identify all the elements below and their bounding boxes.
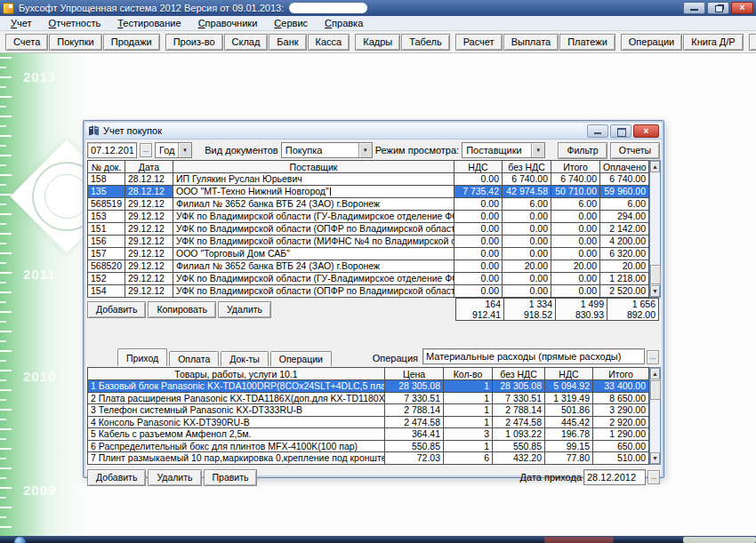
main-titlebar[interactable]: Бухсофт Упрощенная система 2012 Версия о…: [0, 0, 756, 16]
toolbar-button[interactable]: Покупки: [49, 34, 101, 51]
table-row[interactable]: 135 28.12.12 ООО "МТ-Техно Нижний Новгор…: [88, 186, 649, 198]
menu-item[interactable]: Справка: [318, 16, 370, 30]
child-maximize-icon[interactable]: [610, 124, 631, 138]
table-row[interactable]: 158 28.12.12 ИП Гулякин Руслан Юрьевич 0…: [88, 173, 649, 186]
scrollbar-thumb[interactable]: [650, 380, 661, 400]
suppliers-scrollbar[interactable]: ▲ ▼: [649, 160, 661, 298]
list-item[interactable]: 7 Плинт размыкаемый 10 пар,маркировка 0,…: [88, 452, 649, 465]
supplier-cell[interactable]: УФК по Владимирской области (ГУ-Владимир…: [173, 273, 454, 285]
action-button[interactable]: Править: [204, 469, 258, 486]
scrollbar-thumb[interactable]: [650, 265, 661, 284]
supplier-cell[interactable]: УФК по Владимирской области (МИФНС №4 по…: [173, 236, 454, 248]
close-icon[interactable]: ×: [731, 2, 753, 14]
reports-button[interactable]: Отчеты: [610, 142, 660, 159]
items-scrollbar[interactable]: ▲ ▼: [649, 367, 661, 465]
operation-input[interactable]: [422, 348, 645, 364]
action-button[interactable]: Добавить: [87, 469, 146, 486]
tab[interactable]: Док-ты: [221, 351, 269, 366]
column-header[interactable]: № док.: [88, 161, 125, 173]
import-2013-button[interactable]: Подготовка к импорту в 2013: [749, 34, 756, 51]
tab[interactable]: Приход: [117, 348, 167, 366]
table-row[interactable]: 153 29.12.12 УФК по Владимирской области…: [88, 211, 649, 223]
column-header[interactable]: без НДС: [493, 368, 545, 380]
action-button[interactable]: Удалить: [148, 469, 201, 486]
column-header[interactable]: Итого: [593, 368, 649, 380]
restore-icon[interactable]: [707, 2, 729, 14]
toolbar-button[interactable]: Счета: [5, 34, 48, 51]
toolbar-button[interactable]: Расчет: [455, 34, 503, 51]
action-button[interactable]: Удалить: [218, 301, 271, 318]
action-button[interactable]: Добавить: [87, 301, 146, 318]
view-mode-select[interactable]: Поставщики ▼: [462, 142, 545, 158]
table-row[interactable]: 156 29.12.12 УФК по Владимирской области…: [88, 236, 649, 248]
taskbar-button[interactable]: [683, 537, 756, 543]
menu-item[interactable]: Учет: [4, 16, 39, 30]
list-item[interactable]: 6 Распределительный бокс для плинтов MFX…: [88, 440, 649, 452]
date-input[interactable]: [87, 142, 137, 158]
chevron-down-icon[interactable]: ▼: [358, 143, 372, 157]
toolbar-button[interactable]: Произ-во: [165, 34, 223, 51]
table-row[interactable]: 568520 29.12.12 Филиал № 3652 банка ВТБ …: [88, 260, 649, 273]
toolbar-button[interactable]: Операции: [621, 34, 682, 51]
arrival-date-ellipsis-icon[interactable]: ...: [647, 470, 660, 484]
operation-ellipsis-icon[interactable]: ...: [647, 350, 659, 364]
column-header[interactable]: Кол-во: [444, 368, 493, 380]
scroll-down-icon[interactable]: ▼: [650, 285, 660, 297]
supplier-cell[interactable]: Филиал № 3652 банка ВТБ 24 (ЗАО) г.Ворон…: [173, 198, 454, 211]
list-item[interactable]: 1 Базовый блок Panasonic KX-TDA100DRP(8C…: [88, 380, 649, 393]
menu-item[interactable]: Отчетность: [42, 16, 109, 30]
menu-item[interactable]: Сервис: [267, 16, 315, 30]
doc-type-select[interactable]: Покупка ▼: [281, 142, 373, 158]
column-header[interactable]: Поставщик: [173, 161, 454, 173]
taskbar[interactable]: [0, 536, 756, 543]
scroll-up-icon[interactable]: ▲: [650, 161, 660, 172]
menu-item[interactable]: Справочники: [191, 16, 265, 30]
toolbar-button[interactable]: Книга Д/Р: [683, 34, 743, 51]
child-minimize-icon[interactable]: [587, 124, 608, 138]
table-row[interactable]: 152 29.12.12 УФК по Владимирской области…: [88, 273, 649, 285]
column-header[interactable]: Товары, работы, услуги 10.1: [88, 368, 385, 380]
chevron-down-icon[interactable]: ▼: [531, 143, 544, 157]
toolbar-button[interactable]: Выплата: [503, 34, 559, 51]
arrival-date-input[interactable]: [583, 469, 646, 485]
list-item[interactable]: 2 Плата расширения Panasonic KX-TDA1186Х…: [88, 392, 649, 404]
column-header[interactable]: Оплачено: [600, 161, 649, 173]
column-header[interactable]: Цена: [385, 368, 444, 380]
column-header[interactable]: НДС: [545, 368, 593, 380]
table-row[interactable]: 157 29.12.12 ООО "Торговый Дом САБ" 0.00…: [88, 248, 649, 260]
date-picker-ellipsis-icon[interactable]: ...: [140, 143, 152, 157]
toolbar-button[interactable]: Касса: [308, 34, 350, 51]
toolbar-button[interactable]: Кадры: [355, 34, 400, 51]
filter-button[interactable]: Фильтр: [558, 142, 607, 159]
column-header[interactable]: Дата: [125, 161, 173, 173]
table-row[interactable]: 568519 29.12.12 Филиал № 3652 банка ВТБ …: [88, 198, 649, 211]
toolbar-button[interactable]: Продажи: [103, 34, 160, 51]
supplier-cell[interactable]: УФК по Владимирской области (ОПФР по Вла…: [173, 285, 454, 298]
column-header[interactable]: без НДС: [503, 161, 551, 173]
toolbar-button[interactable]: Банк: [269, 34, 306, 51]
action-button[interactable]: Копировать: [148, 301, 216, 318]
table-row[interactable]: 151 29.12.12 УФК по Владимирской области…: [88, 223, 649, 236]
minimize-icon[interactable]: [683, 2, 705, 14]
supplier-cell[interactable]: ИП Гулякин Руслан Юрьевич: [173, 173, 454, 186]
tab[interactable]: Оплата: [169, 351, 219, 366]
list-item[interactable]: 4 Консоль Panasonic KX-DT390RU-B 2 474.5…: [88, 416, 649, 428]
chevron-down-icon[interactable]: ▼: [178, 143, 191, 157]
child-close-icon[interactable]: ×: [633, 124, 659, 138]
scroll-down-icon[interactable]: ▼: [650, 452, 660, 464]
column-header[interactable]: НДС: [454, 161, 503, 173]
supplier-cell[interactable]: Филиал № 3652 банка ВТБ 24 (ЗАО) г.Ворон…: [173, 260, 454, 273]
tab[interactable]: Операции: [270, 351, 332, 366]
scroll-up-icon[interactable]: ▲: [650, 368, 660, 379]
list-item[interactable]: 3 Телефон системный Panasonic KX-DT333RU…: [88, 404, 649, 417]
purchases-titlebar[interactable]: Учет покупок ×: [85, 123, 662, 140]
supplier-cell[interactable]: ООО "Торговый Дом САБ": [173, 248, 454, 260]
menu-item[interactable]: Тестирование: [110, 16, 188, 30]
toolbar-button[interactable]: Платежи: [559, 34, 615, 51]
taskbar-button[interactable]: [544, 537, 614, 543]
start-orb-icon[interactable]: [14, 537, 26, 543]
supplier-cell[interactable]: УФК по Владимирской области (ОПФР по Вла…: [173, 223, 454, 236]
table-row[interactable]: 154 29.12.12 УФК по Владимирской области…: [88, 285, 649, 298]
supplier-cell[interactable]: ООО "МТ-Техно Нижний Новгород": [173, 186, 454, 198]
period-select[interactable]: Год ▼: [155, 142, 192, 158]
